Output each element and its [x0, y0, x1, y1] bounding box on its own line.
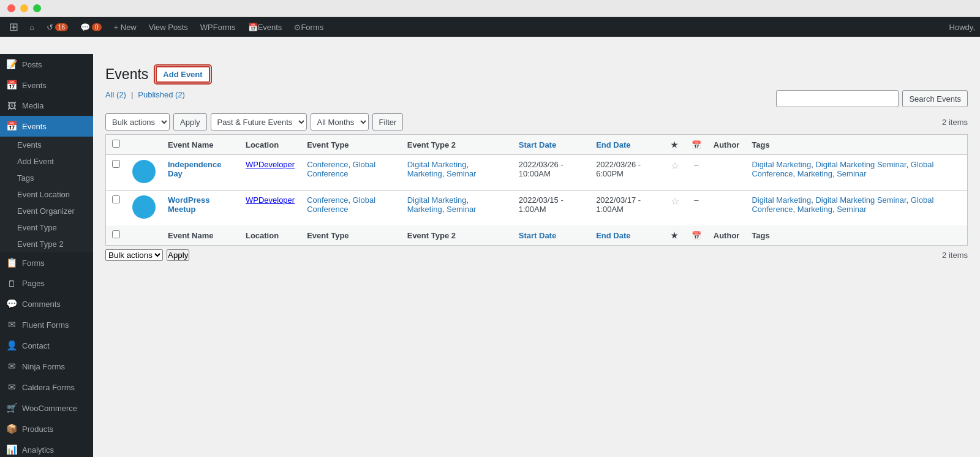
apply-button-top[interactable]: Apply [173, 113, 207, 130]
sidebar-sub-event-type[interactable]: Event Type [0, 219, 93, 236]
tablenav-bottom: Bulk actions Apply 2 items [105, 249, 968, 261]
filter-button[interactable]: Filter [372, 113, 404, 130]
col-check-all[interactable] [106, 135, 127, 155]
tag-link[interactable]: Digital Marketing [752, 160, 811, 169]
col-start-date-header[interactable]: Start Date [513, 135, 590, 155]
sidebar-item-fluent-forms[interactable]: ✉ Fluent Forms [0, 314, 93, 335]
adminbar-events[interactable]: 📅 Events [243, 17, 287, 37]
wp-logo-icon[interactable]: ⊞ [5, 17, 22, 37]
tag-link[interactable]: Seminar [837, 169, 866, 178]
all-filter[interactable]: All (2) [105, 90, 126, 99]
sidebar-sub-events[interactable]: Events [0, 137, 93, 153]
sidebar-item-posts[interactable]: 📝 Posts [0, 54, 93, 75]
row-location-1[interactable]: WPDeveloper [239, 191, 301, 226]
sidebar-item-comments[interactable]: 💬 Comments [0, 293, 93, 314]
col-start-date-footer[interactable]: Start Date [513, 225, 590, 246]
row-tags-1[interactable]: Digital Marketing, Digital Marketing Sem… [745, 191, 967, 226]
sidebar-sub-event-type2[interactable]: Event Type 2 [0, 236, 93, 252]
sidebar-item-products[interactable]: 📦 Products [0, 418, 93, 439]
star-icon-0[interactable]: ☆ [671, 161, 679, 171]
row-event-name-0[interactable]: Independence Day [162, 155, 239, 191]
row-event-type2-0[interactable]: Digital Marketing, Marketing, Seminar [401, 155, 513, 191]
adminbar-forms[interactable]: ⊙ Forms [289, 17, 328, 37]
sidebar-sub-event-location[interactable]: Event Location [0, 186, 93, 203]
location-link-0[interactable]: WPDeveloper [246, 160, 295, 169]
all-filter-link[interactable]: All (2) [105, 90, 126, 99]
location-link-1[interactable]: WPDeveloper [246, 195, 295, 205]
posts-icon: 📝 [6, 59, 17, 70]
event-type2-link[interactable]: Marketing [407, 169, 442, 178]
tag-link[interactable]: Marketing [797, 169, 832, 178]
search-input[interactable] [776, 90, 899, 107]
tag-link[interactable]: Seminar [837, 205, 866, 214]
published-filter-link[interactable]: Published (2) [138, 90, 185, 99]
row-event-type-0[interactable]: Conference, Global Conference [301, 155, 401, 191]
adminbar-site-item[interactable]: ⌂ [24, 17, 39, 37]
sidebar-sub-event-organizer[interactable]: Event Organizer [0, 203, 93, 219]
star-icon-1[interactable]: ☆ [671, 196, 679, 206]
row-cal-0: – [685, 155, 707, 191]
bulk-actions-select-top[interactable]: Bulk actions [105, 113, 170, 130]
check-all-checkbox[interactable] [112, 140, 120, 148]
sidebar-item-analytics[interactable]: 📊 Analytics [0, 439, 93, 457]
sidebar-item-woocommerce[interactable]: 🛒 WooCommerce [0, 398, 93, 418]
row-event-name-1[interactable]: WordPress Meetup [162, 191, 239, 226]
sidebar-item-pages[interactable]: 🗒 Pages [0, 273, 93, 293]
col-end-date-footer[interactable]: End Date [590, 225, 665, 246]
row-event-type-1[interactable]: Conference, Global Conference [301, 191, 401, 226]
row-event-type2-1[interactable]: Digital Marketing, Marketing, Seminar [401, 191, 513, 226]
sidebar-item-forms[interactable]: 📋 Forms [0, 252, 93, 273]
event-type2-link[interactable]: Marketing [407, 205, 442, 214]
row-location-0[interactable]: WPDeveloper [239, 155, 301, 191]
past-future-select[interactable]: Past & Future Events [211, 113, 307, 130]
ninja-forms-icon: ✉ [6, 361, 17, 372]
sidebar-item-contact[interactable]: 👤 Contact [0, 335, 93, 356]
event-type2-link[interactable]: Seminar [447, 205, 476, 214]
adminbar-wpforms[interactable]: WPForms [195, 17, 241, 37]
event-name-link-0[interactable]: Independence Day [168, 160, 221, 178]
sidebar-item-caldera-forms[interactable]: ✉ Caldera Forms [0, 377, 93, 398]
items-count-top: 2 items [942, 118, 968, 127]
event-type-link[interactable]: Conference [307, 195, 348, 205]
tag-link[interactable]: Digital Marketing Seminar [815, 160, 906, 169]
event-name-link-1[interactable]: WordPress Meetup [168, 195, 209, 214]
col-author-header: Author [707, 135, 746, 155]
row-start-date-1: 2022/03/15 - 1:00AM [513, 191, 590, 226]
col-end-date-header[interactable]: End Date [590, 135, 665, 155]
close-button[interactable] [7, 4, 15, 12]
check-all-checkbox-bottom[interactable] [112, 230, 120, 238]
event-type-link[interactable]: Conference [307, 160, 348, 169]
adminbar-view-posts[interactable]: View Posts [144, 17, 193, 37]
sidebar-item-media[interactable]: 🖼 Media [0, 96, 93, 116]
sidebar-sub-add-event[interactable]: Add Event [0, 153, 93, 170]
maximize-button[interactable] [33, 4, 41, 12]
row-star-1[interactable]: ☆ [665, 191, 685, 226]
event-type2-link[interactable]: Digital Marketing [407, 160, 467, 169]
col-check-all-bottom[interactable] [106, 225, 127, 246]
bulk-actions-select-bottom[interactable]: Bulk actions [105, 249, 163, 261]
adminbar-updates[interactable]: ↺ 16 [42, 17, 73, 37]
published-filter[interactable]: Published (2) [138, 90, 185, 99]
tag-link[interactable]: Digital Marketing Seminar [815, 195, 906, 205]
add-event-button[interactable]: Add Event [156, 66, 209, 83]
row-check-0[interactable] [112, 160, 120, 168]
row-star-0[interactable]: ☆ [665, 155, 685, 191]
event-type2-link[interactable]: Seminar [447, 169, 476, 178]
sidebar-item-events-active[interactable]: 📅 Events [0, 116, 93, 137]
row-check-1[interactable] [112, 195, 120, 203]
sidebar-item-events-top[interactable]: 📅 Events [0, 75, 93, 96]
row-checkbox-1[interactable] [106, 191, 127, 226]
sidebar-sub-tags[interactable]: Tags [0, 170, 93, 186]
minimize-button[interactable] [20, 4, 28, 12]
adminbar-comments[interactable]: 💬 0 [75, 17, 107, 37]
search-events-button[interactable]: Search Events [902, 90, 968, 107]
adminbar-new[interactable]: + New [109, 17, 141, 37]
apply-button-bottom[interactable]: Apply [167, 249, 189, 261]
tag-link[interactable]: Digital Marketing [752, 195, 811, 205]
event-type2-link[interactable]: Digital Marketing [407, 195, 467, 205]
months-select[interactable]: All Months [311, 113, 369, 130]
row-checkbox-0[interactable] [106, 155, 127, 191]
sidebar-item-ninja-forms[interactable]: ✉ Ninja Forms [0, 356, 93, 377]
tag-link[interactable]: Marketing [797, 205, 832, 214]
row-tags-0[interactable]: Digital Marketing, Digital Marketing Sem… [745, 155, 967, 191]
